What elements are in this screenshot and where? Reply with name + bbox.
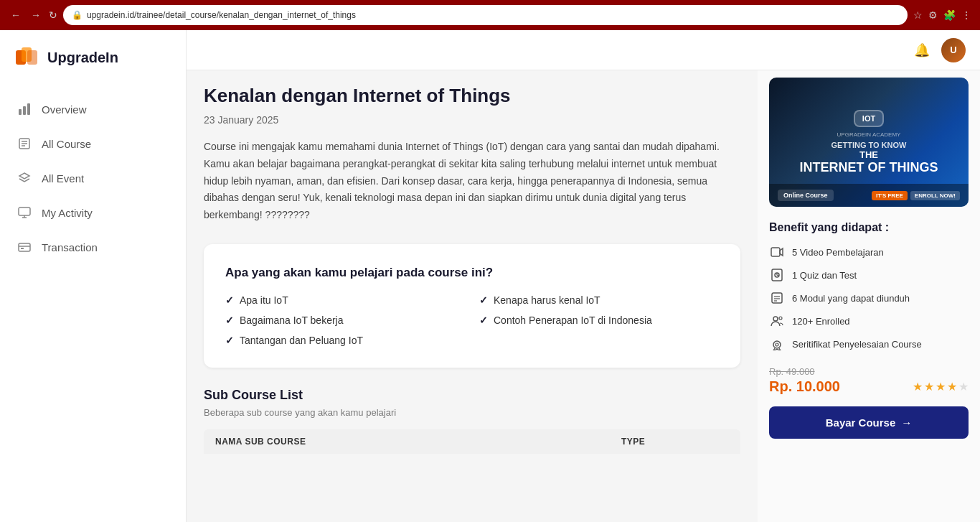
layers-icon [17,171,32,185]
browser-bar: ← → ↻ 🔒 upgradein.id/trainee/detail_cour… [0,0,980,30]
url-bar[interactable]: 🔒 upgradein.id/trainee/detail_course/ken… [63,5,908,25]
back-button[interactable]: ← [9,8,23,22]
buy-button[interactable]: Bayar Course → [769,406,969,439]
star-3: ★ [936,380,946,393]
benefit-modul: 6 Modul yang dapat diunduh [769,290,969,306]
svg-rect-5 [27,103,30,115]
sidebar-item-all-course-label: All Course [42,138,91,150]
benefit-quiz-text: 1 Quiz dan Test [792,270,857,281]
check-icon-1: ✓ [225,294,234,306]
course-date: 23 January 2025 [204,114,740,126]
thumbnail-online-label: Online Course [778,190,834,201]
price-original: Rp. 49.000 [769,366,969,377]
star-1: ★ [913,380,923,393]
learning-item-2: ✓ Bagaimana IoT bekerja [225,314,465,326]
learning-item-1: ✓ Apa itu IoT [225,294,465,306]
star-4: ★ [947,380,957,393]
benefit-enrolled-text: 120+ Enrolled [792,316,850,327]
sidebar-item-all-event-label: All Event [42,172,84,185]
sub-course-subtitle: Beberapa sub course yang akan kamu pelaj… [204,407,740,418]
thumbnail-subtitle: GETTING TO KNOW [831,141,907,149]
benefit-video: 5 Video Pembelajaran [769,244,969,260]
star-2: ★ [924,380,934,393]
learning-card: Apa yang akan kamu pelajari pada course … [204,244,740,368]
svg-rect-15 [21,248,24,249]
sidebar-item-transaction[interactable]: Transaction [0,230,186,264]
arrow-icon: → [901,416,912,429]
enroll-label: ENROLL NOW! [910,191,960,200]
benefit-list: 5 Video Pembelajaran 1 Quiz dan Test [769,244,969,352]
learning-text-1: Apa itu IoT [240,294,288,306]
forward-button[interactable]: → [29,8,43,22]
sidebar-item-my-activity[interactable]: My Activity [0,195,186,230]
benefit-enrolled: 120+ Enrolled [769,313,969,329]
main-content: Kenalan dengan Internet of Things 23 Jan… [187,70,758,522]
settings-icon[interactable]: ⚙ [928,9,938,21]
sub-course-section: Sub Course List Beberapa sub course yang… [204,388,740,454]
sidebar-item-overview[interactable]: Overview [0,92,186,126]
price-section: Rp. 49.000 Rp. 10.000 ★ ★ ★ ★ ★ [769,366,969,395]
svg-rect-10 [19,208,30,215]
sidebar-item-all-course[interactable]: All Course [0,126,186,161]
stars-row: ★ ★ ★ ★ ★ [913,380,969,393]
thumbnail-iot-badge: IOT [854,110,884,127]
page-layout: UpgradeIn Overview [0,30,980,522]
learning-text-2: Bagaimana IoT bekerja [240,314,344,326]
learning-items-grid: ✓ Apa itu IoT ✓ Kenapa harus kenal IoT ✓… [225,294,719,346]
menu-icon[interactable]: ⋮ [961,9,971,21]
check-icon-5: ✓ [479,314,488,326]
svg-point-26 [776,343,778,346]
benefit-video-text: 5 Video Pembelajaran [792,247,884,258]
table-col-2: TYPE [621,437,729,447]
star-icon[interactable]: ☆ [913,9,923,21]
logo: UpgradeIn [0,45,186,92]
svg-point-25 [773,341,781,348]
people-icon [769,313,785,329]
content-and-panel: Kenalan dengan Internet of Things 23 Jan… [187,70,980,522]
monitor-icon [17,205,32,220]
price-current: Rp. 10.000 [769,378,840,395]
learning-item-4: ✓ Kenapa harus kenal IoT [479,294,719,306]
logo-icon [14,45,40,70]
thumbnail-company: UPGRADEIN ACADEMY [837,131,901,138]
sidebar-item-all-event[interactable]: All Event [0,161,186,195]
url-text: upgradein.id/trainee/detail_course/kenal… [87,10,899,20]
thumbnail-the: THE [859,149,878,160]
video-icon [769,244,785,260]
course-thumbnail: IOT UPGRADEIN ACADEMY GETTING TO KNOW TH… [769,78,969,207]
right-main: 🔔 U Kenalan dengan Internet of Things 23… [187,30,980,522]
benefit-cert: Seritifikat Penyelesaian Course [769,336,969,352]
cert-icon [769,336,785,352]
book-icon [17,136,32,151]
svg-rect-19 [772,293,782,303]
learning-text-4: Kenapa harus kenal IoT [494,294,600,306]
benefit-quiz: 1 Quiz dan Test [769,267,969,283]
chart-icon [17,102,32,116]
svg-point-23 [773,317,778,321]
learning-item-5: ✓ Contoh Penerapan IoT di Indonesia [479,314,719,326]
benefit-modul-text: 6 Modul yang dapat diunduh [792,293,910,304]
extension-icon[interactable]: 🧩 [943,9,956,21]
sidebar-item-overview-label: Overview [42,103,87,116]
modul-icon [769,290,785,306]
quiz-icon [769,267,785,283]
learning-text-3: Tantangan dan Peluang IoT [240,335,363,346]
benefit-title: Benefit yang didapat : [769,221,969,234]
notification-icon[interactable]: 🔔 [914,42,930,58]
thumbnail-main-title: INTERNET OF THINGS [800,160,938,175]
table-col-1: NAMA SUB COURSE [215,437,621,447]
svg-rect-3 [19,109,22,115]
avatar[interactable]: U [941,38,966,62]
check-icon-4: ✓ [479,294,488,306]
sidebar-nav: Overview All Course [0,92,186,264]
svg-rect-2 [27,50,37,65]
sidebar-item-my-activity-label: My Activity [42,207,93,219]
refresh-button[interactable]: ↻ [49,9,57,21]
svg-point-24 [779,317,782,320]
free-badge: IT'S FREE [872,191,908,200]
top-header: 🔔 U [187,30,980,70]
svg-rect-13 [19,243,30,251]
right-panel: IOT UPGRADEIN ACADEMY GETTING TO KNOW TH… [758,70,980,522]
check-icon-2: ✓ [225,314,234,326]
course-description: Course ini mengajak kamu memahami dunia … [204,139,740,224]
